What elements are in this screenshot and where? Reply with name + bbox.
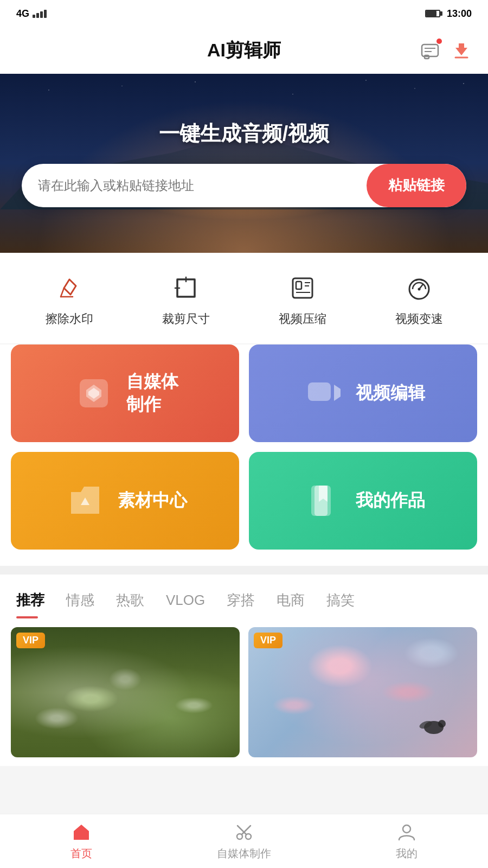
tools-section: 擦除水印 裁剪尺寸: [0, 253, 488, 343]
compress-icon: [286, 272, 319, 304]
tool-watermark[interactable]: 擦除水印: [46, 272, 93, 327]
tool-compress-label: 视频压缩: [279, 311, 326, 327]
tool-crop[interactable]: 裁剪尺寸: [162, 272, 210, 327]
download-button[interactable]: [451, 40, 472, 61]
video-card-2[interactable]: VIP: [248, 627, 477, 757]
bottom-nav: 首页 自媒体制作 我的: [0, 814, 488, 868]
category-tabs: 推荐 情感 热歌 VLOG 穿搭 电商 搞笑: [16, 591, 472, 618]
card-material-center[interactable]: 素材中心: [11, 452, 239, 550]
my-works-icon: [301, 479, 345, 522]
signal-icon: [33, 10, 47, 18]
user-icon: [396, 821, 418, 843]
card-works-label: 我的作品: [356, 489, 425, 512]
card-video-edit[interactable]: 视频编辑: [249, 344, 477, 442]
video-thumb-2: [248, 627, 477, 757]
tab-hot[interactable]: 热歌: [116, 591, 144, 618]
tab-funny[interactable]: 搞笑: [326, 591, 355, 618]
nav-media-label: 自媒体制作: [217, 846, 271, 861]
paste-button[interactable]: 粘贴链接: [367, 164, 466, 207]
vip-badge-1: VIP: [16, 633, 45, 648]
tab-ecom[interactable]: 电商: [277, 591, 305, 618]
section-divider: [0, 566, 488, 575]
search-row: 粘贴链接: [22, 164, 466, 207]
svg-rect-29: [308, 382, 331, 401]
notification-dot: [436, 39, 442, 44]
nav-mine-label: 我的: [396, 846, 418, 861]
header-icons: [420, 40, 472, 61]
tool-crop-label: 裁剪尺寸: [162, 311, 210, 327]
download-icon: [451, 40, 472, 61]
message-button[interactable]: [420, 40, 440, 61]
home-icon: [70, 821, 92, 843]
svg-marker-6: [64, 279, 76, 295]
svg-marker-4: [455, 43, 467, 55]
tool-compress[interactable]: 视频压缩: [279, 272, 326, 327]
grid-section: 自媒体制作 视频编辑 素材中心: [0, 344, 488, 566]
status-right: 13:00: [425, 8, 472, 20]
svg-rect-38: [79, 835, 84, 840]
nav-mine[interactable]: 我的: [325, 821, 488, 861]
card-media-production[interactable]: 自媒体制作: [11, 344, 239, 442]
speed-icon: [403, 272, 435, 304]
vip-badge-2: VIP: [254, 633, 282, 648]
nav-home-label: 首页: [70, 846, 92, 861]
svg-rect-17: [296, 282, 301, 289]
svg-point-43: [403, 825, 410, 833]
tab-vlog[interactable]: VLOG: [166, 592, 205, 617]
tool-speed-label: 视频变速: [395, 311, 443, 327]
tool-speed[interactable]: 视频变速: [395, 272, 443, 327]
banner-title: 一键生成音频/视频: [159, 120, 330, 148]
signal-label: 4G: [16, 8, 29, 20]
svg-point-35: [438, 720, 446, 727]
status-left: 4G: [16, 8, 47, 20]
card-video-label: 视频编辑: [356, 382, 425, 405]
card-my-works[interactable]: 我的作品: [249, 452, 477, 550]
banner-section: 一键生成音频/视频 粘贴链接: [0, 74, 488, 253]
tool-watermark-label: 擦除水印: [46, 311, 93, 327]
card-media-label: 自媒体制作: [126, 371, 178, 416]
scissors-icon: [233, 821, 255, 843]
svg-marker-30: [334, 385, 341, 401]
tab-recommend[interactable]: 推荐: [16, 591, 44, 618]
tab-fashion[interactable]: 穿搭: [227, 591, 255, 618]
video-edit-icon: [301, 372, 345, 415]
tab-emotion[interactable]: 情感: [66, 591, 94, 618]
card-material-label: 素材中心: [118, 489, 187, 512]
nav-media[interactable]: 自媒体制作: [163, 821, 325, 861]
crop-icon: [170, 272, 202, 304]
app-title: AI剪辑师: [207, 38, 281, 63]
clock: 13:00: [447, 8, 472, 20]
category-section: 推荐 情感 热歌 VLOG 穿搭 电商 搞笑: [0, 575, 488, 618]
video-card-1[interactable]: VIP: [11, 627, 240, 757]
svg-line-41: [242, 826, 251, 834]
svg-line-7: [61, 288, 64, 297]
media-production-icon: [72, 372, 115, 415]
video-grid: VIP VIP: [0, 618, 488, 766]
video-thumb-1: [11, 627, 240, 757]
material-center-icon: [63, 479, 107, 522]
battery-icon: [425, 10, 442, 17]
app-header: AI剪辑师: [0, 27, 488, 74]
url-input[interactable]: [38, 178, 367, 193]
status-bar: 4G 13:00: [0, 0, 488, 27]
svg-line-42: [237, 826, 246, 834]
svg-point-23: [418, 288, 420, 291]
nav-home[interactable]: 首页: [0, 821, 163, 861]
svg-rect-0: [422, 44, 438, 56]
eraser-icon: [53, 272, 86, 304]
